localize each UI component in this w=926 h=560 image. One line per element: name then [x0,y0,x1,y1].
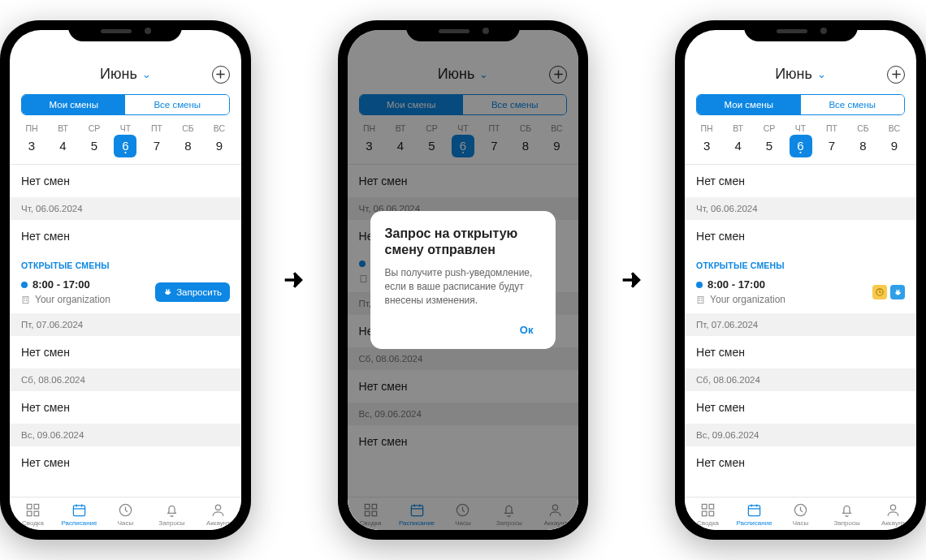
user-icon [885,502,901,518]
header: Июнь ⌄ [685,59,916,89]
day-fri[interactable]: ПТ7 [145,123,169,157]
segment-all-shifts[interactable]: Все смены [125,95,228,114]
segment-my-shifts[interactable]: Мои смены [22,95,125,114]
svg-rect-5 [27,504,32,509]
month-title[interactable]: Июнь [100,66,137,83]
add-button[interactable] [212,66,230,84]
tab-bar: Сводка Расписание Часы Запросы Аккаунт [10,497,241,530]
date-header: Пт, 07.06.2024 [10,313,241,336]
grid-icon [25,502,41,518]
phone-frame-2: Июнь ⌄ Мои смены Все смены ПН3 ВТ4 СР5 Ч… [338,20,589,540]
dialog-title: Запрос на открытую смену отправлен [385,226,542,258]
phone-screen: Июнь ⌄ Мои смены Все смены ПН3 ВТ4 СР5 Ч… [348,30,579,530]
no-shifts-row: Нет смен [685,165,916,197]
header: Июнь ⌄ [10,59,241,89]
tab-account[interactable]: Аккаунт [870,502,916,527]
svg-rect-24 [701,299,702,300]
svg-rect-27 [709,504,714,509]
clock-icon [793,502,808,518]
no-shifts-row: Нет смен [685,336,916,368]
svg-rect-28 [702,511,707,516]
building-icon [696,295,705,304]
tab-requests[interactable]: Запросы [149,502,195,527]
date-header: Чт, 06.06.2024 [685,197,916,220]
user-icon [210,502,226,518]
svg-rect-6 [34,504,39,509]
bell-icon [164,502,180,518]
day-sat[interactable]: СБ8 [175,123,200,157]
chevron-down-icon[interactable]: ⌄ [817,68,826,80]
shift-org: Your organization [710,294,785,305]
day-wed[interactable]: СР5 [82,123,106,157]
week-strip: ПН3 ВТ4 СР5 ЧТ6 ПТ7 СБ8 ВС9 [685,122,916,165]
segment-my-shifts[interactable]: Мои смены [697,95,800,114]
tab-summary[interactable]: Сводка [685,502,731,527]
requested-badge-icon [890,285,905,299]
bell-icon [839,502,855,518]
open-shifts-header: ОТКРЫТЫЕ СМЕНЫ [685,252,916,274]
plus-icon [892,70,901,79]
svg-rect-21 [699,297,700,298]
shift-row[interactable]: 8:00 - 17:00 Your organization Запросить [10,274,241,313]
pending-badge-icon [872,285,887,299]
day-mon[interactable]: ПН3 [19,123,44,157]
confirmation-dialog: Запрос на открытую смену отправлен Вы по… [370,211,556,348]
svg-rect-29 [709,511,714,516]
dialog-ok-button[interactable]: Ок [512,319,542,341]
request-button[interactable]: Запросить [155,282,230,302]
tab-hours[interactable]: Часы [102,502,149,527]
no-shifts-row: Нет смен [685,446,916,479]
shift-row[interactable]: 8:00 - 17:00 Your organization [685,274,916,313]
day-thu[interactable]: ЧТ6 [113,123,137,157]
day-sun[interactable]: ВС9 [207,123,232,157]
no-shifts-row: Нет смен [10,336,241,368]
svg-rect-7 [27,511,32,516]
segment-control: Мои смены Все смены [696,94,905,115]
date-header: Вс, 09.06.2024 [685,424,916,446]
segment-all-shifts[interactable]: Все смены [801,95,904,114]
tab-bar: Сводка Расписание Часы Запросы Аккаунт [685,497,916,530]
svg-rect-23 [699,299,700,300]
month-title[interactable]: Июнь [775,66,812,83]
svg-point-32 [890,505,895,510]
modal-overlay[interactable]: Запрос на открытую смену отправлен Вы по… [348,30,579,530]
date-header: Сб, 08.06.2024 [685,368,916,391]
day-tue[interactable]: ВТ4 [50,123,75,157]
tab-summary[interactable]: Сводка [10,502,56,527]
day-sun[interactable]: ВС9 [882,123,907,157]
shift-info: 8:00 - 17:00 Your organization [696,278,866,305]
svg-rect-3 [24,299,24,300]
svg-rect-9 [73,506,84,516]
day-tue[interactable]: ВТ4 [726,123,751,157]
day-wed[interactable]: СР5 [757,123,781,157]
tab-schedule[interactable]: Расписание [56,502,102,527]
shift-time: 8:00 - 17:00 [32,278,90,291]
date-header: Пт, 07.06.2024 [685,313,916,336]
add-button[interactable] [887,66,905,84]
svg-rect-22 [701,297,702,298]
segment-control: Мои смены Все смены [21,94,230,115]
tab-requests[interactable]: Запросы [824,502,870,527]
chevron-down-icon[interactable]: ⌄ [142,68,151,80]
date-header: Чт, 06.06.2024 [10,197,241,220]
shift-time: 8:00 - 17:00 [707,278,765,291]
day-fri[interactable]: ПТ7 [820,123,844,157]
svg-rect-30 [748,506,759,516]
week-strip: ПН3 ВТ4 СР5 ЧТ6 ПТ7 СБ8 ВС9 [10,122,241,165]
phone-screen: Июнь ⌄ Мои смены Все смены ПН3 ВТ4 СР5 Ч… [10,30,241,530]
shift-org: Your organization [35,294,110,305]
day-mon[interactable]: ПН3 [694,123,719,157]
schedule-list[interactable]: Нет смен Чт, 06.06.2024 Нет смен ОТКРЫТЫ… [10,165,241,497]
schedule-list[interactable]: Нет смен Чт, 06.06.2024 Нет смен ОТКРЫТЫ… [685,165,916,497]
clock-icon [118,502,133,518]
date-header: Сб, 08.06.2024 [10,368,241,391]
notch [744,20,858,41]
svg-rect-0 [23,296,28,303]
day-thu[interactable]: ЧТ6 [789,123,813,157]
tab-account[interactable]: Аккаунт [195,502,241,527]
tab-hours[interactable]: Часы [777,502,824,527]
tab-schedule[interactable]: Расписание [731,502,777,527]
svg-rect-1 [24,297,24,298]
day-sat[interactable]: СБ8 [850,123,875,157]
no-shifts-row: Нет смен [685,220,916,252]
